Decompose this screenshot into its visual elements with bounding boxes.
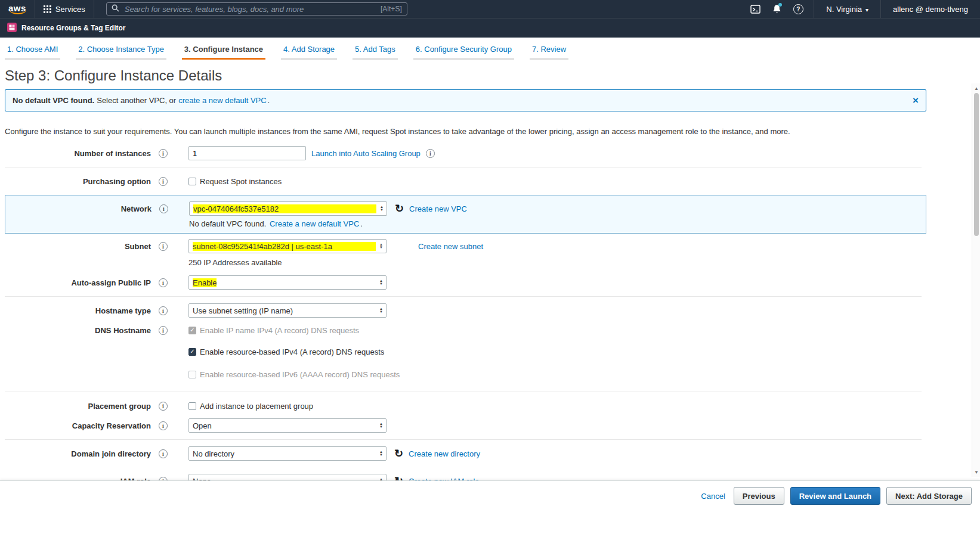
divider <box>5 167 922 167</box>
next-add-storage-button[interactable]: Next: Add Storage <box>886 487 972 505</box>
chevron-down-icon <box>862 5 868 14</box>
cloudshell-icon[interactable] <box>746 0 765 18</box>
info-icon[interactable] <box>159 242 168 251</box>
services-grid-icon <box>44 5 51 13</box>
services-menu[interactable]: Services <box>39 5 90 14</box>
placement-group-checkbox[interactable]: Add instance to placement group <box>188 402 313 411</box>
subnet-select[interactable]: subnet-08c952541f4ab282d | us-east-1a <box>188 239 387 253</box>
form-row-subnet: Subnet subnet-08c952541f4ab282d | us-eas… <box>5 238 980 254</box>
checkbox-label: Enable resource-based IPv4 (A record) DN… <box>200 347 384 356</box>
network-label: Network <box>5 204 152 213</box>
auto-assign-public-ip-select[interactable]: Enable <box>188 275 387 290</box>
hostname-type-select[interactable]: Use subnet setting (IP name) <box>188 303 387 318</box>
divider <box>5 439 922 440</box>
divider <box>94 0 94 18</box>
domain-join-directory-label: Domain join directory <box>5 449 151 458</box>
capacity-reservation-select[interactable]: Open <box>188 418 387 433</box>
info-icon[interactable] <box>159 204 168 213</box>
tab-configure-security-group[interactable]: 6. Configure Security Group <box>413 41 514 60</box>
form-row-network: Network vpc-0474064fc537e5182 Create new… <box>5 201 926 216</box>
create-new-subnet-link[interactable]: Create new subnet <box>418 242 483 251</box>
divider <box>814 0 814 18</box>
tab-add-storage[interactable]: 4. Add Storage <box>281 41 337 60</box>
dns-resource-ipv4-checkbox[interactable]: Enable resource-based IPv4 (A record) DN… <box>188 347 384 356</box>
search-input[interactable] <box>123 4 376 14</box>
aws-logo-text: aws <box>8 3 26 13</box>
aws-logo[interactable]: aws <box>6 3 31 15</box>
tab-review[interactable]: 7. Review <box>530 41 568 60</box>
notifications-bell-icon[interactable] <box>767 0 786 18</box>
checkbox-checked[interactable] <box>188 348 196 356</box>
form-row-dns-resource-ipv6: Enable resource-based IPv6 (AAAA record)… <box>188 367 980 382</box>
previous-button[interactable]: Previous <box>734 487 784 505</box>
vertical-scrollbar[interactable] <box>972 83 980 477</box>
form-row-capacity-reservation: Capacity Reservation Open <box>5 418 980 433</box>
capacity-reservation-value: Open <box>193 421 212 430</box>
checkbox-unchecked[interactable] <box>188 402 196 410</box>
create-default-vpc-inline-link[interactable]: Create a new default VPC <box>270 219 359 228</box>
info-icon[interactable] <box>159 149 168 158</box>
form-row-number-of-instances: Number of instances Launch into Auto Sca… <box>5 145 980 161</box>
account-menu[interactable]: allenc @ demo-tlveng <box>887 5 974 14</box>
close-icon[interactable]: × <box>913 95 919 105</box>
checkbox-unchecked-disabled <box>188 371 196 378</box>
hostname-type-value: Use subnet setting (IP name) <box>193 306 293 315</box>
info-icon[interactable] <box>159 402 168 411</box>
auto-assign-public-ip-label: Auto-assign Public IP <box>5 278 151 287</box>
form-row-hostname-type: Hostname type Use subnet setting (IP nam… <box>5 303 980 318</box>
divider <box>5 296 922 297</box>
refresh-icon[interactable] <box>395 203 404 214</box>
network-highlight-block: Network vpc-0474064fc537e5182 Create new… <box>5 195 926 234</box>
create-default-vpc-link[interactable]: create a new default VPC <box>178 96 266 105</box>
scroll-up-arrow-icon[interactable] <box>972 85 980 92</box>
select-arrows-icon <box>376 451 383 457</box>
create-new-vpc-link[interactable]: Create new VPC <box>409 204 467 213</box>
info-icon[interactable] <box>426 149 435 158</box>
alert-text: Select another VPC, or <box>97 96 176 105</box>
form-row-auto-assign-public-ip: Auto-assign Public IP Enable <box>5 275 980 290</box>
tab-configure-instance[interactable]: 3. Configure Instance <box>182 41 265 60</box>
info-icon[interactable] <box>159 306 168 315</box>
select-arrows-icon <box>376 206 384 212</box>
dns-ip-name-ipv4-checkbox: Enable IP name IPv4 (A record) DNS reque… <box>188 326 359 335</box>
divider <box>35 0 35 18</box>
cancel-link[interactable]: Cancel <box>701 492 725 501</box>
scroll-down-arrow-icon[interactable] <box>972 468 980 476</box>
tab-choose-instance-type[interactable]: 2. Choose Instance Type <box>76 41 166 60</box>
info-icon[interactable] <box>159 177 168 186</box>
wizard-footer: Cancel Previous Review and Launch Next: … <box>0 480 980 534</box>
wizard-steps: 1. Choose AMI 2. Choose Instance Type 3.… <box>5 38 980 60</box>
form-row-dns-hostname: DNS Hostname Enable IP name IPv4 (A reco… <box>5 322 980 338</box>
create-new-directory-link[interactable]: Create new directory <box>409 449 480 458</box>
auto-assign-public-ip-value: Enable <box>193 278 217 287</box>
network-note: No default VPC found. Create a new defau… <box>189 219 926 228</box>
tab-choose-ami[interactable]: 1. Choose AMI <box>5 41 60 60</box>
hostname-type-label: Hostname type <box>5 306 151 315</box>
network-select[interactable]: vpc-0474064fc537e5182 <box>189 201 387 216</box>
checkbox-unchecked[interactable] <box>188 178 196 185</box>
launch-into-asg-link[interactable]: Launch into Auto Scaling Group <box>311 149 421 158</box>
review-and-launch-button[interactable]: Review and Launch <box>790 487 880 505</box>
scrollbar-thumb[interactable] <box>974 93 979 236</box>
select-arrows-icon <box>376 243 383 249</box>
capacity-reservation-label: Capacity Reservation <box>5 421 151 430</box>
info-icon[interactable] <box>159 421 168 430</box>
resource-groups-tag-editor-link[interactable]: Resource Groups & Tag Editor <box>21 24 125 32</box>
network-select-value: vpc-0474064fc537e5182 <box>193 204 376 213</box>
info-icon[interactable] <box>159 449 168 458</box>
help-icon[interactable] <box>789 0 808 18</box>
domain-join-directory-select[interactable]: No directory <box>188 446 387 461</box>
request-spot-instances-checkbox[interactable]: Request Spot instances <box>188 177 282 186</box>
tab-add-tags[interactable]: 5. Add Tags <box>353 41 398 60</box>
subnet-availability-note: 250 IP Addresses available <box>188 258 980 267</box>
form-row-placement-group: Placement group Add instance to placemen… <box>5 398 980 414</box>
info-icon[interactable] <box>159 278 168 287</box>
checkbox-checked-disabled <box>188 327 196 334</box>
refresh-icon[interactable] <box>394 448 403 459</box>
dns-resource-ipv6-checkbox: Enable resource-based IPv6 (AAAA record)… <box>188 370 400 379</box>
region-selector[interactable]: N. Virginia <box>820 5 874 14</box>
global-search[interactable]: [Alt+S] <box>106 2 407 15</box>
info-icon[interactable] <box>159 326 168 335</box>
number-of-instances-input[interactable] <box>188 146 306 160</box>
no-default-vpc-alert: No default VPC found. Select another VPC… <box>5 89 926 111</box>
